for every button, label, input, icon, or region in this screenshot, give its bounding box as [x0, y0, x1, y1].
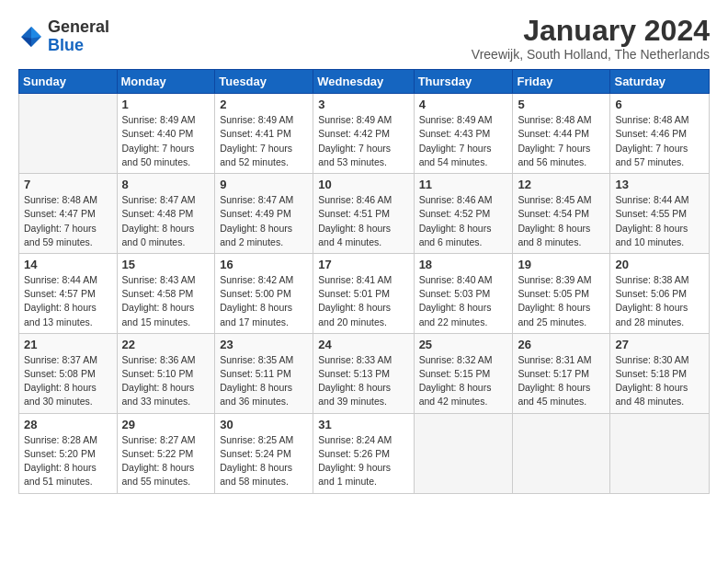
- calendar-cell: [610, 413, 710, 493]
- calendar-cell: 29Sunrise: 8:27 AMSunset: 5:22 PMDayligh…: [117, 413, 215, 493]
- day-number: 18: [419, 258, 508, 271]
- day-number: 11: [419, 178, 508, 191]
- day-info: Sunrise: 8:30 AMSunset: 5:18 PMDaylight:…: [615, 353, 704, 409]
- day-info: Sunrise: 8:46 AMSunset: 4:52 PMDaylight:…: [419, 193, 508, 249]
- day-header-tuesday: Tuesday: [215, 70, 313, 94]
- day-info: Sunrise: 8:47 AMSunset: 4:48 PMDaylight:…: [122, 193, 210, 249]
- week-row-5: 28Sunrise: 8:28 AMSunset: 5:20 PMDayligh…: [19, 413, 710, 493]
- day-number: 27: [615, 338, 704, 351]
- day-info: Sunrise: 8:33 AMSunset: 5:13 PMDaylight:…: [318, 353, 408, 409]
- calendar-cell: 12Sunrise: 8:45 AMSunset: 4:54 PMDayligh…: [513, 174, 610, 254]
- day-info: Sunrise: 8:25 AMSunset: 5:24 PMDaylight:…: [220, 433, 308, 489]
- logo-text: General Blue: [48, 18, 109, 55]
- day-info: Sunrise: 8:44 AMSunset: 4:55 PMDaylight:…: [615, 193, 704, 249]
- day-number: 24: [318, 338, 408, 351]
- generalblue-logo-icon: [18, 24, 44, 50]
- day-number: 21: [24, 338, 112, 351]
- logo-general: General: [48, 17, 109, 36]
- day-number: 25: [419, 338, 508, 351]
- calendar-cell: [414, 413, 513, 493]
- day-number: 20: [615, 258, 704, 271]
- calendar-cell: 1Sunrise: 8:49 AMSunset: 4:40 PMDaylight…: [117, 94, 215, 174]
- day-number: 15: [122, 258, 210, 271]
- day-number: 4: [419, 98, 508, 111]
- calendar-cell: 16Sunrise: 8:42 AMSunset: 5:00 PMDayligh…: [215, 253, 313, 333]
- day-number: 31: [318, 418, 408, 431]
- day-info: Sunrise: 8:38 AMSunset: 5:06 PMDaylight:…: [615, 273, 704, 329]
- day-number: 22: [122, 338, 210, 351]
- day-info: Sunrise: 8:36 AMSunset: 5:10 PMDaylight:…: [122, 353, 210, 409]
- day-info: Sunrise: 8:48 AMSunset: 4:46 PMDaylight:…: [615, 113, 704, 169]
- day-number: 28: [24, 418, 112, 431]
- day-info: Sunrise: 8:42 AMSunset: 5:00 PMDaylight:…: [220, 273, 308, 329]
- day-header-sunday: Sunday: [19, 70, 118, 94]
- calendar-cell: 5Sunrise: 8:48 AMSunset: 4:44 PMDaylight…: [513, 94, 610, 174]
- calendar-cell: 10Sunrise: 8:46 AMSunset: 4:51 PMDayligh…: [313, 174, 414, 254]
- logo-blue: Blue: [48, 36, 84, 54]
- calendar-cell: 21Sunrise: 8:37 AMSunset: 5:08 PMDayligh…: [19, 333, 118, 413]
- calendar-cell: 20Sunrise: 8:38 AMSunset: 5:06 PMDayligh…: [610, 253, 710, 333]
- day-number: 13: [615, 178, 704, 191]
- day-info: Sunrise: 8:40 AMSunset: 5:03 PMDaylight:…: [419, 273, 508, 329]
- day-number: 17: [318, 258, 408, 271]
- calendar-cell: 18Sunrise: 8:40 AMSunset: 5:03 PMDayligh…: [414, 253, 513, 333]
- day-info: Sunrise: 8:44 AMSunset: 4:57 PMDaylight:…: [24, 273, 112, 329]
- day-number: 29: [122, 418, 210, 431]
- page-header: General Blue January 2024 Vreewijk, Sout…: [18, 15, 710, 62]
- calendar-cell: 13Sunrise: 8:44 AMSunset: 4:55 PMDayligh…: [610, 174, 710, 254]
- week-row-4: 21Sunrise: 8:37 AMSunset: 5:08 PMDayligh…: [19, 333, 710, 413]
- day-info: Sunrise: 8:28 AMSunset: 5:20 PMDaylight:…: [24, 433, 112, 489]
- day-number: 8: [122, 178, 210, 191]
- calendar-cell: 24Sunrise: 8:33 AMSunset: 5:13 PMDayligh…: [313, 333, 414, 413]
- day-info: Sunrise: 8:49 AMSunset: 4:42 PMDaylight:…: [318, 113, 408, 169]
- calendar-cell: 19Sunrise: 8:39 AMSunset: 5:05 PMDayligh…: [513, 253, 610, 333]
- day-number: 16: [220, 258, 308, 271]
- day-info: Sunrise: 8:46 AMSunset: 4:51 PMDaylight:…: [318, 193, 408, 249]
- calendar-cell: 11Sunrise: 8:46 AMSunset: 4:52 PMDayligh…: [414, 174, 513, 254]
- day-info: Sunrise: 8:49 AMSunset: 4:41 PMDaylight:…: [220, 113, 308, 169]
- day-info: Sunrise: 8:49 AMSunset: 4:40 PMDaylight:…: [122, 113, 210, 169]
- calendar-cell: 7Sunrise: 8:48 AMSunset: 4:47 PMDaylight…: [19, 174, 118, 254]
- day-info: Sunrise: 8:41 AMSunset: 5:01 PMDaylight:…: [318, 273, 408, 329]
- title-block: January 2024 Vreewijk, South Holland, Th…: [472, 15, 710, 62]
- calendar-cell: 26Sunrise: 8:31 AMSunset: 5:17 PMDayligh…: [513, 333, 610, 413]
- day-header-saturday: Saturday: [610, 70, 710, 94]
- day-number: 7: [24, 178, 112, 191]
- calendar-cell: [513, 413, 610, 493]
- day-info: Sunrise: 8:32 AMSunset: 5:15 PMDaylight:…: [419, 353, 508, 409]
- day-info: Sunrise: 8:47 AMSunset: 4:49 PMDaylight:…: [220, 193, 308, 249]
- day-info: Sunrise: 8:35 AMSunset: 5:11 PMDaylight:…: [220, 353, 308, 409]
- calendar-cell: 9Sunrise: 8:47 AMSunset: 4:49 PMDaylight…: [215, 174, 313, 254]
- day-header-friday: Friday: [513, 70, 610, 94]
- calendar-cell: 15Sunrise: 8:43 AMSunset: 4:58 PMDayligh…: [117, 253, 215, 333]
- day-number: 1: [122, 98, 210, 111]
- calendar-cell: 22Sunrise: 8:36 AMSunset: 5:10 PMDayligh…: [117, 333, 215, 413]
- day-number: 5: [518, 98, 605, 111]
- day-header-wednesday: Wednesday: [313, 70, 414, 94]
- day-info: Sunrise: 8:48 AMSunset: 4:47 PMDaylight:…: [24, 193, 112, 249]
- week-row-3: 14Sunrise: 8:44 AMSunset: 4:57 PMDayligh…: [19, 253, 710, 333]
- calendar-cell: 2Sunrise: 8:49 AMSunset: 4:41 PMDaylight…: [215, 94, 313, 174]
- day-number: 10: [318, 178, 408, 191]
- day-info: Sunrise: 8:48 AMSunset: 4:44 PMDaylight:…: [518, 113, 605, 169]
- logo: General Blue: [18, 18, 109, 55]
- day-info: Sunrise: 8:45 AMSunset: 4:54 PMDaylight:…: [518, 193, 605, 249]
- calendar-cell: 31Sunrise: 8:24 AMSunset: 5:26 PMDayligh…: [313, 413, 414, 493]
- calendar-cell: 3Sunrise: 8:49 AMSunset: 4:42 PMDaylight…: [313, 94, 414, 174]
- month-title: January 2024: [472, 15, 710, 47]
- calendar-cell: 8Sunrise: 8:47 AMSunset: 4:48 PMDaylight…: [117, 174, 215, 254]
- day-info: Sunrise: 8:39 AMSunset: 5:05 PMDaylight:…: [518, 273, 605, 329]
- calendar-cell: 23Sunrise: 8:35 AMSunset: 5:11 PMDayligh…: [215, 333, 313, 413]
- calendar-cell: 30Sunrise: 8:25 AMSunset: 5:24 PMDayligh…: [215, 413, 313, 493]
- day-info: Sunrise: 8:31 AMSunset: 5:17 PMDaylight:…: [518, 353, 605, 409]
- day-number: 3: [318, 98, 408, 111]
- calendar-cell: 4Sunrise: 8:49 AMSunset: 4:43 PMDaylight…: [414, 94, 513, 174]
- calendar-table: SundayMondayTuesdayWednesdayThursdayFrid…: [18, 69, 710, 493]
- day-number: 2: [220, 98, 308, 111]
- day-info: Sunrise: 8:27 AMSunset: 5:22 PMDaylight:…: [122, 433, 210, 489]
- day-number: 12: [518, 178, 605, 191]
- week-row-1: 1Sunrise: 8:49 AMSunset: 4:40 PMDaylight…: [19, 94, 710, 174]
- day-number: 19: [518, 258, 605, 271]
- day-number: 9: [220, 178, 308, 191]
- day-header-row: SundayMondayTuesdayWednesdayThursdayFrid…: [19, 70, 710, 94]
